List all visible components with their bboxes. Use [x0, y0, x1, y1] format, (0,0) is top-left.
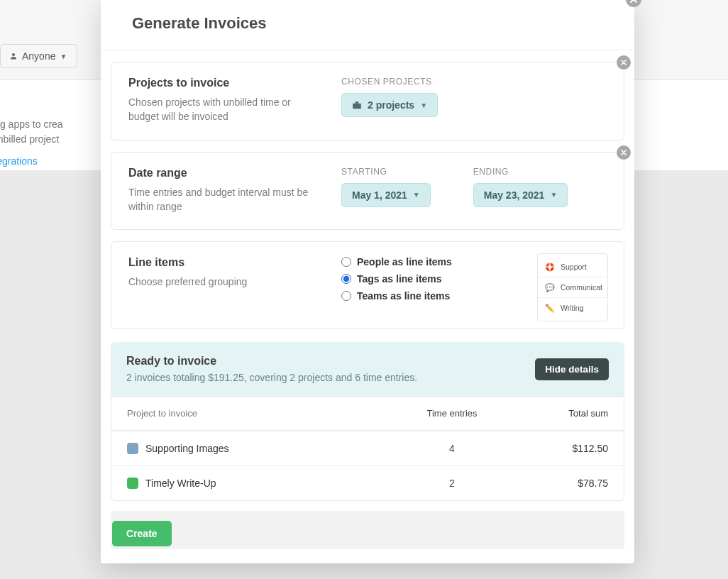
- starting-label: STARTING: [341, 167, 431, 177]
- ready-heading: Ready to invoice: [126, 355, 417, 368]
- section-projects: Projects to invoice Chosen projects with…: [111, 62, 624, 140]
- lifebuoy-icon: 🛟: [545, 262, 555, 272]
- ready-text: Ready to invoice 2 invoices totaling $19…: [126, 355, 417, 383]
- lineitems-desc: Choose preferred grouping: [128, 275, 320, 289]
- lineitems-heading: Line items: [128, 256, 320, 269]
- radio-teams-label: Teams as line items: [357, 290, 450, 302]
- chosen-projects-text: 2 projects: [368, 99, 414, 111]
- project-name: Timely Write-Up: [145, 478, 216, 489]
- ready-panel: Ready to invoice 2 invoices totaling $19…: [111, 342, 624, 396]
- project-color-dot: [127, 478, 138, 489]
- daterange-heading: Date range: [128, 167, 320, 180]
- hide-details-button[interactable]: Hide details: [535, 358, 609, 380]
- col-total-header: Total sum: [495, 408, 608, 419]
- projects-heading: Projects to invoice: [128, 77, 320, 89]
- bg-integrations-link[interactable]: oicing integrations: [0, 154, 38, 169]
- svg-rect-2: [355, 101, 359, 103]
- briefcase-icon: [352, 101, 362, 109]
- svg-point-0: [12, 53, 15, 56]
- invoice-table: Project to invoice Time entries Total su…: [111, 396, 624, 501]
- section-projects-right: CHOSEN PROJECTS 2 projects ▼: [341, 77, 438, 124]
- tag-communicat-label: Communicat: [561, 283, 602, 292]
- radio-teams[interactable]: Teams as line items: [341, 290, 452, 302]
- lineitems-options: People as line items Tags as line items …: [341, 256, 452, 307]
- radio-people[interactable]: People as line items: [341, 256, 452, 268]
- table-row[interactable]: Timely Write-Up 2 $78.75: [111, 465, 624, 500]
- generate-invoices-modal: Generate Invoices Projects to invoice Ch…: [101, 0, 634, 563]
- tag-writing-label: Writing: [561, 304, 583, 312]
- modal-footer: Create: [111, 511, 624, 549]
- section-lineitems: Line items Choose preferred grouping Peo…: [111, 241, 624, 329]
- caret-down-icon: ▼: [420, 101, 427, 109]
- starting-date-value: May 1, 2021: [352, 189, 407, 201]
- section-daterange-left: Date range Time entries and budget inter…: [128, 167, 320, 214]
- modal-title: Generate Invoices: [132, 14, 613, 33]
- row-total: $112.50: [495, 443, 608, 454]
- row-total: $78.75: [495, 478, 608, 489]
- svg-rect-1: [353, 104, 361, 109]
- table-row[interactable]: Supporting Images 4 $112.50: [111, 431, 624, 465]
- caret-down-icon: ▼: [413, 191, 420, 199]
- anyone-label: Anyone: [22, 50, 55, 62]
- bg-line2: s for all unbilled project: [0, 132, 114, 147]
- tag-item-communication: 💬 Communicat: [538, 277, 607, 297]
- starting-col: STARTING May 1, 2021 ▼: [341, 167, 431, 214]
- bg-line1: accounting apps to crea: [0, 117, 114, 132]
- starting-date-pill[interactable]: May 1, 2021 ▼: [341, 183, 431, 207]
- bg-side-text: oicing accounting apps to crea s for all…: [0, 92, 114, 169]
- ending-label: ENDING: [473, 167, 568, 177]
- clear-projects-icon[interactable]: [617, 55, 631, 70]
- radio-teams-input[interactable]: [341, 291, 351, 301]
- ending-col: ENDING May 23, 2021 ▼: [473, 167, 568, 214]
- chat-icon: 💬: [545, 282, 555, 292]
- chosen-projects-label: CHOSEN PROJECTS: [341, 77, 438, 87]
- tag-item-writing: ✏️ Writing: [538, 297, 607, 318]
- projects-desc: Chosen projects with unbilled time or bu…: [128, 95, 320, 124]
- section-daterange: Date range Time entries and budget inter…: [111, 152, 624, 231]
- bg-heading: oicing: [0, 92, 114, 113]
- project-name: Supporting Images: [145, 443, 229, 454]
- tag-item-support: 🛟 Support: [538, 257, 607, 277]
- tag-support-label: Support: [561, 263, 587, 271]
- ready-summary: 2 invoices totaling $191.25, covering 2 …: [126, 372, 417, 383]
- section-lineitems-left: Line items Choose preferred grouping: [128, 256, 320, 307]
- pencil-icon: ✏️: [545, 303, 555, 313]
- ending-date-pill[interactable]: May 23, 2021 ▼: [473, 183, 568, 207]
- project-color-dot: [127, 443, 138, 454]
- daterange-columns: STARTING May 1, 2021 ▼ ENDING May 23, 20…: [341, 167, 568, 214]
- create-button[interactable]: Create: [112, 521, 172, 546]
- anyone-filter-button[interactable]: Anyone ▼: [0, 44, 77, 68]
- radio-tags-input[interactable]: [341, 274, 351, 284]
- caret-down-icon: ▼: [60, 53, 67, 60]
- row-entries: 4: [409, 443, 495, 454]
- modal-header: Generate Invoices: [101, 0, 634, 50]
- person-icon: [9, 52, 18, 60]
- radio-people-label: People as line items: [357, 256, 452, 268]
- col-entries-header: Time entries: [409, 408, 495, 419]
- chosen-projects-pill[interactable]: 2 projects ▼: [341, 93, 438, 117]
- table-header: Project to invoice Time entries Total su…: [111, 397, 624, 431]
- radio-people-input[interactable]: [341, 257, 351, 267]
- ending-date-value: May 23, 2021: [484, 189, 545, 201]
- col-project-header: Project to invoice: [127, 408, 409, 419]
- caret-down-icon: ▼: [550, 191, 557, 199]
- radio-tags[interactable]: Tags as line items: [341, 273, 452, 285]
- radio-tags-label: Tags as line items: [357, 273, 442, 285]
- tags-preview-panel: 🛟 Support 💬 Communicat ✏️ Writing: [537, 253, 608, 321]
- daterange-desc: Time entries and budget interval must be…: [128, 185, 320, 214]
- section-projects-left: Projects to invoice Chosen projects with…: [128, 77, 320, 124]
- clear-daterange-icon[interactable]: [617, 145, 631, 160]
- row-entries: 2: [409, 478, 495, 489]
